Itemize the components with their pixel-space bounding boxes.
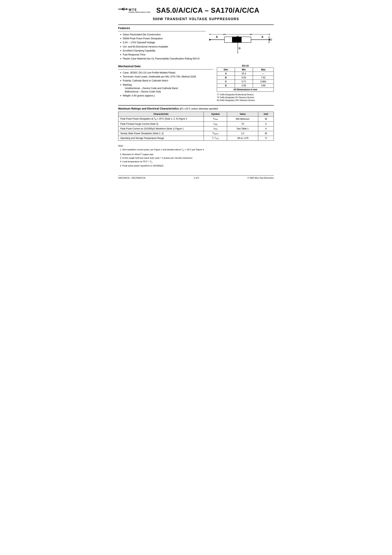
svg-marker-31 (250, 34, 251, 35)
features-title: Features (118, 26, 205, 29)
do15-row-d: D 2.60 3.60 (217, 84, 274, 88)
feature-item-1: Glass Passivated Die Construction (120, 33, 205, 36)
ratings-table: Characteristic Symbol Value Unit Peak Pu… (118, 112, 274, 141)
diode-diagram-svg: A B A C D (209, 26, 274, 60)
do15-note-2: "A" Suffix Designates 5% Tolerance Devic… (217, 96, 274, 99)
svg-rect-17 (232, 37, 241, 43)
power-semi-label: POWER SEMICONDUCTORS (129, 12, 151, 13)
page-footer: SA5.0/A/CA – SA170/A/C/CA 1 of 5 © 2002 … (118, 175, 274, 179)
features-list: Glass Passivated Die Construction 500W P… (118, 33, 205, 60)
ratings-row-4: Steady State Power Dissipation (Note 2, … (118, 131, 274, 136)
feature-item-7: Plastic Case Material has UL Flammabilit… (120, 57, 205, 60)
mechanical-list: Case: JEDEC DO-15 Low Profile Molded Pla… (118, 71, 213, 97)
mech-item-3: Polarity: Cathode Band or Cathode Notch (120, 79, 213, 82)
ratings-col-char: Characteristic (118, 112, 204, 117)
features-section: Features Glass Passivated Die Constructi… (118, 26, 274, 61)
header-divider (118, 24, 274, 25)
mechanical-left: Mechanical Data Case: JEDEC DO-15 Low Pr… (118, 65, 213, 102)
do15-table: Dim Min Max A 25.4 — B 5.50 7.62 C (217, 68, 274, 92)
do15-note-3: No Suffix Designates 10% Tolerance Devic… (217, 99, 274, 102)
main-title: SA5.0/A/C/CA – SA170/A/C/CA (156, 7, 260, 15)
do15-title: DO-15 (217, 65, 274, 67)
feature-item-2: 500W Peak Pulse Power Dissipation (120, 37, 205, 40)
ratings-section: Maximum Ratings and Electrical Character… (118, 107, 274, 141)
do15-notes: "C" Suffix Designates Bi-directional Dev… (217, 93, 274, 102)
footer-left: SA5.0/A/CA – SA170/A/C/CA (118, 177, 145, 179)
ratings-col-sym: Symbol (204, 112, 227, 117)
feature-item-6: Fast Response Time (120, 53, 205, 56)
svg-text:A: A (216, 35, 218, 38)
note-5: 5. Peak pulse power waveform is 10/1000μ… (118, 164, 274, 168)
ratings-title: Maximum Ratings and Electrical Character… (118, 107, 274, 110)
footer-right: © 2002 Won-Top Electronics (247, 177, 274, 179)
note-1: 1. Non-repetitive current pulse, per Fig… (118, 148, 274, 152)
do15-col-min: Min (235, 68, 253, 72)
note-4: 4. Lead temperature at 75°C = TL. (118, 160, 274, 164)
note-3: 3. 8.3ms single half sine-wave duty cycl… (118, 156, 274, 160)
mech-item-5: Weight: 0.40 grams (approx.) (120, 94, 213, 97)
footer-center: 1 of 5 (194, 177, 199, 179)
mechanical-section: Mechanical Data Case: JEDEC DO-15 Low Pr… (118, 65, 274, 102)
svg-text:A: A (261, 35, 263, 38)
subtitle: 500W TRANSIENT VOLTAGE SUPPRESSORS (118, 17, 274, 21)
do15-row-footer: All Dimensions in mm (217, 88, 274, 92)
ratings-row-5: Operating and Storage Temperature Range … (118, 136, 274, 141)
features-divider (118, 31, 205, 31)
svg-marker-30 (225, 34, 225, 35)
do15-col-max: Max (253, 68, 274, 72)
notes-label: Note: (118, 145, 123, 147)
do15-note-1: "C" Suffix Designates Bi-directional Dev… (217, 93, 274, 96)
features-left: Features Glass Passivated Die Constructi… (118, 26, 205, 61)
ratings-row-2: Peak Forward Surge Current (Note 3) IFSM… (118, 122, 274, 126)
diode-diagram-area: A B A C D (209, 26, 274, 61)
logo-icon (118, 6, 129, 15)
do15-row-c: C 0.71 0.864 (217, 80, 274, 84)
do15-row-a: A 25.4 — (217, 72, 274, 76)
svg-text:C: C (270, 38, 272, 41)
svg-text:D: D (239, 47, 240, 50)
note-2: 2. Mounted on 40mm2 copper pad. (118, 152, 274, 156)
ratings-divider-top (118, 105, 274, 106)
logo-text: WTE POWER SEMICONDUCTORS (129, 8, 151, 13)
mech-item-4: Marking: Unidirectional – Device Code an… (120, 83, 213, 94)
do15-col-dim: Dim (217, 68, 235, 72)
ratings-col-val: Value (227, 112, 258, 117)
svg-marker-6 (209, 39, 211, 41)
feature-item-3: 5.0V – 170V Standoff Voltage (120, 41, 205, 44)
feature-item-5: Excellent Clamping Capability (120, 49, 205, 52)
mech-item-1: Case: JEDEC DO-15 Low Profile Molded Pla… (120, 71, 213, 74)
ratings-row-3: Peak Pulse Current on 10/1000μS Waveform… (118, 126, 274, 131)
do15-row-b: B 5.50 7.62 (217, 76, 274, 80)
ratings-col-unit: Unit (258, 112, 274, 117)
svg-marker-27 (209, 34, 210, 35)
mech-item-2: Terminals: Axial Leads, Solderable per M… (120, 75, 213, 78)
wte-label: WTE (129, 8, 151, 12)
page-header: WTE POWER SEMICONDUCTORS SA5.0/A/C/CA – … (118, 6, 274, 15)
svg-marker-4 (126, 8, 128, 10)
logo-area: WTE POWER SEMICONDUCTORS (118, 6, 151, 15)
svg-marker-34 (269, 34, 270, 35)
svg-marker-28 (224, 34, 225, 35)
mechanical-title: Mechanical Data (118, 65, 213, 68)
mechanical-right: DO-15 Dim Min Max A 25.4 — B 5.50 7.62 (217, 65, 274, 102)
notes-section: Note: 1. Non-repetitive current pulse, p… (118, 144, 274, 168)
ratings-row-1: Peak Pulse Power Dissipation at TA = 25°… (118, 117, 274, 122)
feature-item-4: Uni- and Bi-Directional Versions Availab… (120, 45, 205, 48)
svg-marker-33 (251, 34, 252, 35)
